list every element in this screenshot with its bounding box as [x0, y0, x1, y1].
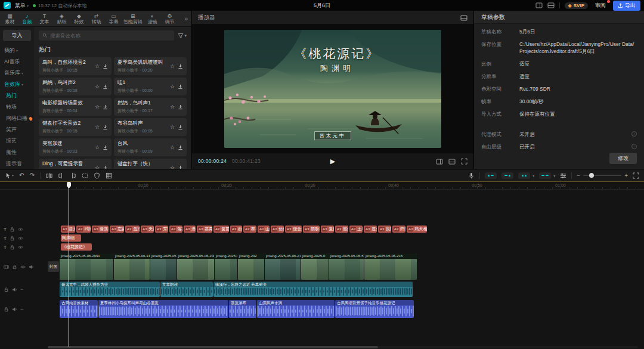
keyframe-grid-tool[interactable]	[106, 172, 112, 179]
favorite-icon[interactable]: ☆	[95, 165, 100, 169]
scrollbar-thumb[interactable]	[48, 346, 378, 348]
favorite-icon[interactable]: ☆	[170, 144, 175, 150]
record-audio-button[interactable]	[468, 172, 475, 179]
zoom-slider[interactable]	[583, 175, 621, 176]
text-clip[interactable]: A3落英	[169, 226, 182, 233]
favorite-icon[interactable]: ☆	[95, 84, 100, 89]
tab-调节[interactable]: ⚙调节	[161, 13, 178, 24]
download-icon[interactable]	[178, 63, 183, 69]
lock-icon[interactable]	[4, 307, 9, 312]
video-clip[interactable]: jimeng-2025-05-06-208	[177, 254, 214, 280]
link-toggle[interactable]	[501, 172, 513, 179]
modify-button[interactable]: 修改	[609, 153, 637, 164]
horizontal-scrollbar[interactable]	[48, 346, 638, 348]
download-icon[interactable]	[178, 124, 183, 130]
zoom-in-button[interactable]: +	[624, 172, 628, 179]
text-clip[interactable]: A3夹岸	[141, 226, 154, 233]
snap-toggle[interactable]	[485, 172, 497, 179]
sound-card[interactable]: 鹧鸪，鸟叫声2剪映小助手 · 00:08☆	[39, 78, 112, 95]
text-clip[interactable]: A3山有	[258, 226, 270, 233]
box-select-tool[interactable]	[82, 172, 88, 179]
layout-stack-icon[interactable]	[547, 2, 555, 8]
download-icon[interactable]	[103, 165, 108, 169]
sound-card[interactable]: 键盘打字长音效2剪映小助手 · 00:15☆	[39, 118, 112, 136]
music-clip[interactable]: 古风纯音效素材	[60, 300, 98, 318]
download-icon[interactable]	[178, 144, 183, 150]
video-clip[interactable]: jimeng-2025-05-06-317	[114, 254, 150, 280]
trim-right-tool[interactable]	[70, 172, 76, 179]
text-clip[interactable]: A3仿佛	[271, 226, 284, 233]
info-icon[interactable]: i	[631, 131, 637, 137]
text-clip[interactable]: A3豁然	[335, 226, 348, 233]
favorite-icon[interactable]: ☆	[95, 63, 100, 69]
tab-素材[interactable]: ▦素材	[1, 13, 18, 24]
svip-button[interactable]: ◆ SVIP	[565, 2, 588, 9]
download-icon[interactable]	[178, 104, 183, 110]
speaker-icon[interactable]	[29, 264, 34, 270]
nav-item-魔性[interactable]: 魔性	[0, 147, 34, 158]
play-button[interactable]: ▶	[330, 157, 335, 165]
text-clip[interactable]: A3复前行	[213, 226, 229, 233]
zoom-knob[interactable]	[589, 173, 594, 178]
sound-card[interactable]: 夏季鸟类叽叽喳喳叫剪映小助手 · 00:20☆	[114, 57, 187, 75]
favorite-icon[interactable]: ☆	[170, 84, 175, 89]
sound-card[interactable]: 突然加速剪映小助手 · 00:03☆	[39, 138, 112, 156]
ratio-icon[interactable]	[448, 156, 456, 166]
video-clip[interactable]: jimeng-202	[238, 254, 264, 280]
text-clip[interactable]: A3忘路	[110, 226, 124, 233]
playhead[interactable]	[69, 182, 69, 347]
video-clip[interactable]: jimeng-2025-05-06-5	[329, 254, 364, 280]
favorite-icon[interactable]: ☆	[95, 124, 100, 130]
lock-icon[interactable]	[4, 287, 9, 292]
sound-card[interactable]: 电影标题转场音效剪映小助手 · 00:04☆	[39, 98, 112, 116]
layout-split-icon[interactable]	[535, 2, 543, 8]
lock-icon[interactable]	[10, 227, 15, 232]
select-tool[interactable]: ▾	[5, 172, 14, 179]
mask-tool[interactable]	[94, 172, 100, 179]
review-button[interactable]: 审阅	[593, 1, 608, 10]
text-clip[interactable]: A3晋太	[61, 226, 75, 233]
download-icon[interactable]	[103, 84, 108, 89]
nav-item-笑声[interactable]: 笑声	[0, 124, 34, 135]
video-clip[interactable]: jimeng-2025-05-06-2691	[60, 254, 113, 280]
menu-button[interactable]: 菜单 ▾	[15, 2, 29, 10]
split-tool[interactable]	[46, 172, 52, 179]
download-icon[interactable]	[103, 63, 108, 69]
undo-button[interactable]: ↶	[19, 172, 24, 178]
tab-音频[interactable]: ♪音频	[18, 13, 36, 24]
video-clip[interactable]: jimeng-2025-0	[301, 254, 329, 280]
text-clip[interactable]: A3土地	[349, 226, 363, 233]
eye-icon[interactable]	[18, 236, 23, 241]
cover-button[interactable]: 封面	[48, 261, 59, 272]
export-button[interactable]: 导出	[613, 1, 640, 11]
collapse-track-icon[interactable]: −	[20, 307, 23, 312]
import-button[interactable]: 导入	[3, 30, 31, 41]
search-box[interactable]	[39, 30, 174, 41]
video-preview[interactable]: 《桃花源记》 陶渊明 晋太元中	[224, 30, 441, 148]
sound-card[interactable]: 鹧鸪，鸟叫声1剪映小助手 · 00:17☆	[114, 98, 187, 116]
text-clip[interactable]: 陶渊明	[61, 234, 81, 242]
app-logo-icon[interactable]	[4, 2, 11, 9]
eye-icon[interactable]	[18, 227, 23, 232]
collapse-track-icon[interactable]: −	[20, 287, 23, 292]
nav-item-热门[interactable]: 热门	[0, 90, 34, 101]
chevron-down-icon[interactable]: ▾	[532, 174, 534, 178]
sound-card[interactable]: 布谷鸟叫声剪映小助手 · 00:05☆	[114, 118, 187, 136]
download-icon[interactable]	[103, 104, 108, 110]
text-clip[interactable]: A3忽逢	[125, 226, 140, 233]
preview-axis-toggle[interactable]	[518, 172, 530, 179]
video-clip[interactable]: jimeng-2025-05-06-216	[364, 254, 417, 280]
text-clip[interactable]: A3渔人	[184, 226, 196, 233]
text-clip[interactable]: A3欲穷	[230, 226, 242, 233]
video-clip[interactable]: jimeng-2025-05-06-21	[265, 254, 301, 280]
nav-item-综艺[interactable]: 综艺	[0, 135, 34, 147]
text-clip[interactable]: A3武陵	[76, 226, 91, 233]
tab-智能剪辑[interactable]: ⊞智能剪辑	[122, 13, 144, 24]
sound-card[interactable]: 键盘打字（快）剪映小助手 · 00:13☆	[114, 159, 187, 169]
text-clip[interactable]: A3阡陌	[392, 226, 405, 233]
player-detach-icon[interactable]	[460, 14, 467, 20]
trim-left-tool[interactable]	[58, 172, 64, 179]
text-clip[interactable]: A3鸡犬相闻	[407, 226, 427, 233]
lock-icon[interactable]	[10, 236, 15, 241]
fullscreen-icon[interactable]	[461, 156, 467, 166]
